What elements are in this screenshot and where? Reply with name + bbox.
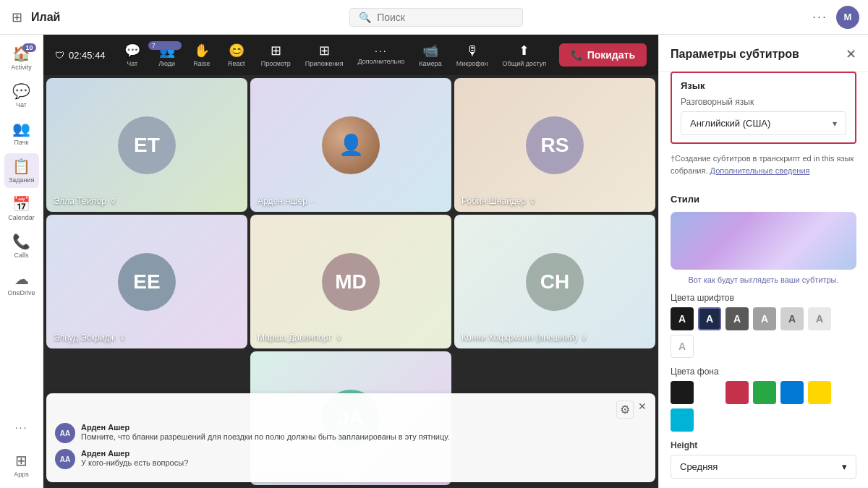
font-swatch-2[interactable]: A bbox=[698, 307, 721, 330]
leave-button[interactable]: 📞 Покидать bbox=[559, 43, 647, 67]
chat-settings-icon[interactable]: ⚙ bbox=[616, 401, 634, 419]
preview-caption: Вот как будут выглядеть ваши субтитры. bbox=[671, 275, 856, 284]
avatar-md: MD bbox=[322, 253, 380, 311]
toolbar-people-btn[interactable]: 👥 7 Люди bbox=[151, 40, 183, 70]
bg-swatch-cyan[interactable] bbox=[671, 408, 694, 432]
toolbar-raise-icon: ✋ bbox=[194, 43, 210, 59]
bg-swatch-black[interactable] bbox=[671, 381, 694, 404]
font-colors-label: Цвета шрифтов bbox=[671, 293, 856, 303]
grid-icon[interactable]: ⊞ bbox=[9, 7, 25, 28]
chat-overlay: ⚙ ✕ AA Арден Ашер Помните, что бланки ра… bbox=[46, 393, 655, 482]
mic-icon-ee: 🎙 bbox=[119, 333, 127, 342]
styles-section: Стили bbox=[659, 185, 868, 212]
chat-text-2: У кого-нибудь есть вопросы? bbox=[81, 458, 647, 468]
language-label: Язык bbox=[681, 80, 846, 91]
sidebar-item-calls[interactable]: 📞 Calls bbox=[4, 228, 39, 263]
chat-message-2: AA Арден Ашер У кого-нибудь есть вопросы… bbox=[55, 449, 647, 469]
video-cell-md: MD Марша Давенпорт 🎙 bbox=[250, 215, 451, 348]
font-swatch-5[interactable]: A bbox=[780, 307, 804, 330]
call-area: 🛡 02:45:44 💬 Чат 👥 7 Люди ✋ Raise bbox=[43, 35, 658, 488]
sidebar-item-chat[interactable]: 💬 Чат bbox=[4, 78, 39, 113]
sidebar-item-calendar[interactable]: 📅 Calendar bbox=[4, 191, 39, 226]
search-icon: 🔍 bbox=[359, 12, 371, 23]
bg-swatch-green[interactable] bbox=[753, 381, 776, 404]
app-title: Илай bbox=[31, 11, 60, 24]
toolbar-more-btn[interactable]: ··· Дополнительно bbox=[352, 42, 411, 68]
mic-icon-md: 🎙 bbox=[335, 333, 343, 342]
video-cell-aa: 👤 Арден Ашер ·· bbox=[250, 78, 451, 212]
left-sidebar: 🏠 Activity 10 💬 Чат 👥 Пачк 📋 Задания 📅 C… bbox=[0, 35, 43, 488]
video-cell-ee: EE Элвуд Эскридж 🎙 bbox=[46, 215, 247, 348]
onedrive-icon: ☁ bbox=[14, 270, 29, 288]
sidebar-item-tasks[interactable]: 📋 Задания bbox=[4, 153, 39, 188]
sidebar-item-apps[interactable]: ⊞ Apps bbox=[4, 448, 39, 482]
panel-header: Параметры субтитров ✕ bbox=[659, 35, 868, 72]
bg-swatch-yellow[interactable] bbox=[808, 381, 831, 404]
bg-swatch-white[interactable] bbox=[698, 381, 721, 404]
main-layout: 🏠 Activity 10 💬 Чат 👥 Пачк 📋 Задания 📅 C… bbox=[0, 35, 868, 488]
panel-close-button[interactable]: ✕ bbox=[846, 46, 856, 62]
toolbar-camera-icon: 📹 bbox=[422, 43, 438, 59]
chat-avatar-2: AA bbox=[55, 449, 75, 469]
people-badge: 7 bbox=[148, 41, 182, 50]
participant-name-ch: Конни Хоффманн (внешний) 🎙 bbox=[461, 333, 588, 343]
toolbar-mic-btn[interactable]: 🎙 Микрофон bbox=[451, 40, 494, 70]
avatar-et: ET bbox=[118, 116, 176, 174]
font-swatch-3[interactable]: A bbox=[726, 307, 749, 330]
shield-icon: 🛡 bbox=[55, 50, 64, 61]
language-dropdown[interactable]: Английский (США) ▾ bbox=[681, 111, 846, 135]
bg-swatch-blue[interactable] bbox=[780, 381, 804, 404]
sidebar-item-teams[interactable]: 👥 Пачк bbox=[4, 116, 39, 150]
toolbar-more-icon: ··· bbox=[375, 45, 388, 56]
tasks-icon: 📋 bbox=[12, 158, 30, 175]
styles-label: Стили bbox=[671, 194, 856, 205]
mic-icon-et: 🎙 bbox=[109, 197, 117, 205]
toolbar-share-icon: ⬆ bbox=[519, 43, 529, 59]
search-box: 🔍 bbox=[349, 8, 523, 27]
learn-more-link[interactable]: Дополнительные сведения bbox=[710, 166, 810, 175]
bg-swatch-red[interactable] bbox=[726, 381, 749, 404]
toolbar-camera-btn[interactable]: 📹 Камера bbox=[413, 40, 447, 70]
calendar-icon: 📅 bbox=[12, 195, 30, 213]
user-avatar[interactable]: M bbox=[836, 6, 859, 29]
participant-name-et: Элла Тейлор 🎙 bbox=[54, 196, 117, 206]
toolbar-mic-icon: 🎙 bbox=[466, 43, 479, 59]
mic-icon-rs: 🎙 bbox=[529, 197, 537, 205]
chat-close-icon[interactable]: ✕ bbox=[638, 401, 647, 419]
captions-panel: Параметры субтитров ✕ Язык Разговорный я… bbox=[658, 35, 868, 488]
font-swatch-7[interactable]: A bbox=[671, 335, 694, 358]
font-swatch-6[interactable]: A bbox=[808, 307, 831, 330]
chat-sender-1: Арден Ашер bbox=[81, 423, 647, 432]
participant-name-ee: Элвуд Эскридж 🎙 bbox=[54, 333, 127, 343]
sidebar-item-activity[interactable]: 🏠 Activity 10 bbox=[4, 40, 39, 75]
sidebar-item-onedrive[interactable]: ☁ OneDrive bbox=[4, 266, 39, 301]
search-input[interactable] bbox=[377, 12, 507, 23]
toolbar-chat-btn[interactable]: 💬 Чат bbox=[116, 40, 148, 70]
bg-color-swatches bbox=[671, 381, 856, 432]
font-swatch-1[interactable]: A bbox=[671, 307, 694, 330]
bg-colors-label: Цвета фона bbox=[671, 367, 856, 377]
chat-icon: 💬 bbox=[12, 82, 30, 100]
language-section: Язык Разговорный язык Английский (США) ▾ bbox=[671, 72, 856, 144]
height-dropdown[interactable]: Средняя ▾ bbox=[671, 455, 856, 479]
call-timer: 02:45:44 bbox=[69, 50, 106, 61]
toolbar-view-btn[interactable]: ⊞ Просмотр bbox=[255, 40, 297, 70]
toolbar-react-btn[interactable]: 😊 React bbox=[221, 40, 252, 70]
participant-name-rs: Робин Шнайдер 🎙 bbox=[461, 196, 537, 206]
font-color-swatches: A A A A A A A bbox=[671, 307, 856, 358]
sidebar-item-more[interactable]: ··· bbox=[4, 410, 39, 445]
toolbar-raise-btn[interactable]: ✋ Raise bbox=[186, 40, 218, 70]
more-icon: ··· bbox=[15, 421, 28, 433]
font-swatch-4[interactable]: A bbox=[753, 307, 776, 330]
call-toolbar: 🛡 02:45:44 💬 Чат 👥 7 Люди ✋ Raise bbox=[43, 35, 658, 75]
more-options-icon[interactable]: ··· bbox=[812, 9, 827, 25]
chat-avatar-1: AA bbox=[55, 423, 75, 443]
toolbar-chat-icon: 💬 bbox=[124, 43, 140, 59]
aa-dots: ·· bbox=[310, 197, 316, 205]
style-preview bbox=[671, 212, 856, 270]
toolbar-apps-btn[interactable]: ⊞ Приложения bbox=[299, 40, 349, 70]
video-cell-et: ET Элла Тейлор 🎙 bbox=[46, 78, 247, 212]
phone-icon: 📞 bbox=[571, 49, 583, 61]
toolbar-view-icon: ⊞ bbox=[271, 43, 281, 59]
toolbar-share-btn[interactable]: ⬆ Общий доступ bbox=[497, 40, 552, 70]
